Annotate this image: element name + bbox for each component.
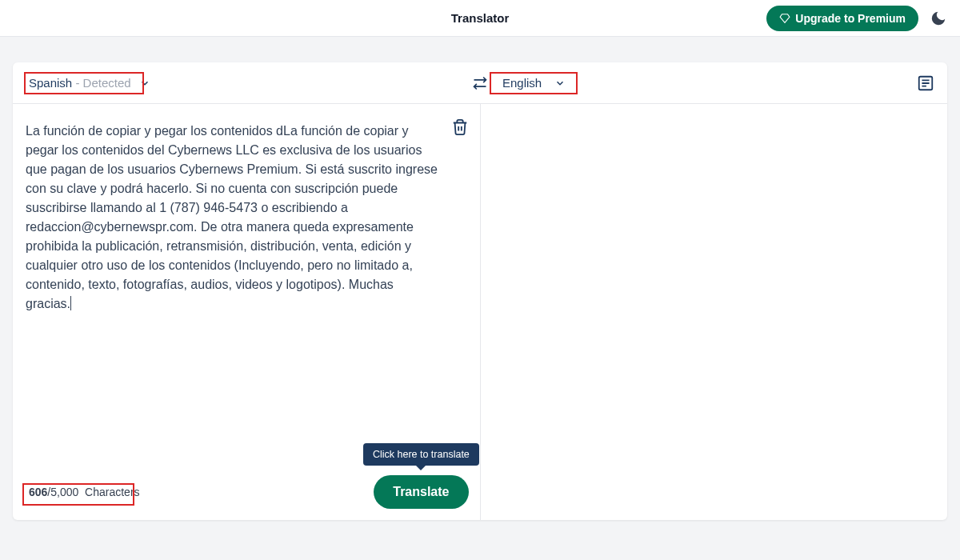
page-title: Translator [451, 11, 510, 25]
dictionary-icon[interactable] [917, 74, 934, 92]
source-pane: La función de copiar y pegar los conteni… [13, 104, 481, 520]
character-counter: 606/5,000 Characters [24, 482, 145, 502]
app-header: Translator Upgrade to Premium [0, 0, 960, 37]
translate-tooltip: Click here to translate [363, 443, 479, 466]
chevron-down-icon [554, 78, 566, 89]
language-bar: Spanish - Detected English [13, 62, 947, 104]
header-actions: Upgrade to Premium [766, 6, 947, 31]
target-pane [481, 104, 948, 520]
source-language-label: Spanish - Detected [29, 76, 131, 90]
source-language-select[interactable]: Spanish - Detected [21, 71, 158, 94]
target-language-select[interactable]: English [494, 71, 574, 94]
source-footer: 606/5,000 Characters Click here to trans… [13, 467, 480, 520]
dark-mode-icon[interactable] [930, 10, 947, 27]
diamond-icon [779, 13, 790, 24]
main-content: Spanish - Detected English [0, 37, 960, 533]
translate-action-wrap: Click here to translate Translate [374, 475, 468, 509]
text-cursor [70, 296, 71, 310]
source-text-wrap: La función de copiar y pegar los conteni… [13, 104, 480, 467]
translation-panes: La función de copiar y pegar los conteni… [13, 104, 947, 520]
source-lang-section: Spanish - Detected [21, 62, 466, 103]
translate-button[interactable]: Translate [374, 475, 468, 509]
clear-text-button[interactable] [451, 118, 469, 136]
upgrade-premium-button[interactable]: Upgrade to Premium [766, 6, 918, 31]
source-text-input[interactable]: La función de copiar y pegar los conteni… [26, 122, 440, 459]
upgrade-label: Upgrade to Premium [795, 12, 906, 25]
target-language-label: English [502, 76, 542, 90]
chevron-down-icon [139, 78, 150, 89]
translator-card: Spanish - Detected English [13, 62, 947, 520]
target-lang-section: English [466, 62, 939, 103]
